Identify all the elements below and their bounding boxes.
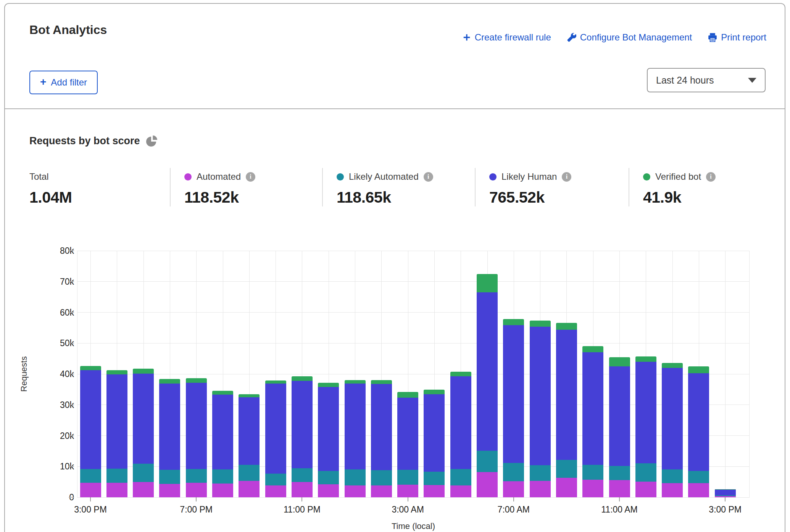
bar-segment-automated[interactable] <box>345 485 366 497</box>
bar-segment-likely-automated[interactable] <box>345 469 366 485</box>
bar-segment-likely-human[interactable] <box>556 330 577 460</box>
bar-segment-likely-human[interactable] <box>609 366 630 466</box>
stat-verified-bot[interactable]: Verified bot i 41.9k <box>629 168 766 206</box>
bar-segment-likely-human[interactable] <box>80 370 101 469</box>
bar-segment-verified-bot[interactable] <box>159 379 180 384</box>
bar-segment-likely-human[interactable] <box>503 325 524 463</box>
bar-segment-verified-bot[interactable] <box>265 380 286 384</box>
bar-segment-likely-automated[interactable] <box>292 468 313 482</box>
bar-segment-likely-automated[interactable] <box>688 471 709 483</box>
bar-segment-automated[interactable] <box>397 485 418 497</box>
bar-segment-automated[interactable] <box>503 481 524 497</box>
bar-segment-automated[interactable] <box>582 480 603 497</box>
bar-segment-likely-human[interactable] <box>477 292 498 451</box>
bar-segment-automated[interactable] <box>133 482 154 497</box>
bar-segment-likely-human[interactable] <box>530 327 551 465</box>
bar-segment-likely-human[interactable] <box>582 352 603 465</box>
bar-segment-likely-automated[interactable] <box>80 469 101 483</box>
info-icon[interactable]: i <box>562 172 571 182</box>
bar-segment-automated[interactable] <box>265 485 286 497</box>
bar-segment-verified-bot[interactable] <box>530 321 551 327</box>
bar-segment-verified-bot[interactable] <box>662 363 683 368</box>
bar-segment-automated[interactable] <box>318 484 339 497</box>
bar-segment-likely-automated[interactable] <box>265 474 286 485</box>
bar-segment-likely-human[interactable] <box>212 395 233 469</box>
bar-segment-automated[interactable] <box>159 484 180 497</box>
bar-segment-likely-automated[interactable] <box>159 470 180 484</box>
bar-segment-verified-bot[interactable] <box>609 357 630 366</box>
bar-segment-verified-bot[interactable] <box>397 392 418 398</box>
bar-segment-likely-automated[interactable] <box>477 451 498 472</box>
bar-segment-likely-automated[interactable] <box>450 469 471 486</box>
bar-segment-likely-automated[interactable] <box>133 464 154 482</box>
bar-segment-likely-human[interactable] <box>397 398 418 470</box>
bar-segment-automated[interactable] <box>371 485 392 497</box>
bar-segment-automated[interactable] <box>80 483 101 497</box>
bar-segment-automated[interactable] <box>609 480 630 497</box>
bar-segment-verified-bot[interactable] <box>635 356 656 362</box>
bar-segment-verified-bot[interactable] <box>212 391 233 395</box>
bar-segment-verified-bot[interactable] <box>371 380 392 384</box>
bar-segment-likely-human[interactable] <box>292 381 313 468</box>
bar-segment-likely-human[interactable] <box>635 362 656 463</box>
bar-segment-likely-human[interactable] <box>688 373 709 471</box>
bar-segment-verified-bot[interactable] <box>345 380 366 384</box>
bar-segment-verified-bot[interactable] <box>688 366 709 373</box>
bar-segment-likely-human[interactable] <box>450 376 471 469</box>
add-filter-button[interactable]: + Add filter <box>29 71 98 94</box>
bar-segment-automated[interactable] <box>530 481 551 497</box>
bar-segment-verified-bot[interactable] <box>239 394 260 398</box>
bar-segment-likely-human[interactable] <box>186 383 207 469</box>
bar-segment-likely-automated[interactable] <box>424 472 445 485</box>
bar-segment-verified-bot[interactable] <box>318 383 339 387</box>
time-range-select[interactable]: Last 24 hours <box>647 68 766 92</box>
bar-segment-likely-automated[interactable] <box>662 469 683 483</box>
bar-segment-verified-bot[interactable] <box>556 323 577 330</box>
bar-segment-verified-bot[interactable] <box>450 372 471 376</box>
bar-segment-likely-automated[interactable] <box>556 460 577 478</box>
bar-segment-verified-bot[interactable] <box>477 274 498 292</box>
bar-segment-likely-human[interactable] <box>106 374 127 469</box>
bar-segment-verified-bot[interactable] <box>80 366 101 370</box>
bar-segment-verified-bot[interactable] <box>186 378 207 383</box>
bar-segment-automated[interactable] <box>662 483 683 497</box>
bar-segment-likely-human[interactable] <box>239 397 260 465</box>
bar-segment-likely-automated[interactable] <box>530 465 551 481</box>
bar-segment-automated[interactable] <box>688 483 709 497</box>
bar-segment-automated[interactable] <box>556 478 577 497</box>
bar-segment-likely-automated[interactable] <box>212 469 233 484</box>
bar-segment-likely-human[interactable] <box>265 384 286 474</box>
bar-segment-likely-human[interactable] <box>371 384 392 470</box>
bar-segment-automated[interactable] <box>424 485 445 497</box>
bar-segment-likely-automated[interactable] <box>397 470 418 485</box>
stat-likely-human[interactable]: Likely Human i 765.52k <box>475 168 629 206</box>
bar-segment-verified-bot[interactable] <box>292 376 313 380</box>
bar-segment-likely-human[interactable] <box>424 394 445 472</box>
bar-segment-likely-automated[interactable] <box>715 495 736 496</box>
bar-segment-automated[interactable] <box>106 483 127 497</box>
bar-segment-likely-automated[interactable] <box>239 465 260 481</box>
info-icon[interactable]: i <box>246 172 255 182</box>
bar-segment-likely-automated[interactable] <box>318 471 339 485</box>
bar-segment-automated[interactable] <box>186 483 207 497</box>
bar-segment-automated[interactable] <box>212 484 233 497</box>
bar-segment-verified-bot[interactable] <box>106 370 127 374</box>
create-firewall-rule-link[interactable]: Create firewall rule <box>463 32 551 43</box>
bar-segment-automated[interactable] <box>239 481 260 497</box>
bar-segment-verified-bot[interactable] <box>715 489 736 490</box>
bar-segment-likely-automated[interactable] <box>582 465 603 480</box>
bar-segment-likely-human[interactable] <box>715 490 736 495</box>
bar-segment-verified-bot[interactable] <box>582 346 603 353</box>
bar-segment-likely-human[interactable] <box>159 384 180 470</box>
info-icon[interactable]: i <box>424 172 433 182</box>
info-icon[interactable]: i <box>706 172 716 182</box>
bar-segment-likely-human[interactable] <box>345 384 366 469</box>
bar-segment-likely-human[interactable] <box>133 374 154 464</box>
bar-segment-automated[interactable] <box>635 482 656 497</box>
configure-bot-management-link[interactable]: Configure Bot Management <box>567 32 692 43</box>
bar-segment-likely-automated[interactable] <box>106 469 127 483</box>
stat-likely-automated[interactable]: Likely Automated i 118.65k <box>322 168 475 206</box>
bar-segment-likely-human[interactable] <box>662 368 683 469</box>
bar-segment-automated[interactable] <box>292 482 313 497</box>
bar-segment-automated[interactable] <box>477 472 498 497</box>
